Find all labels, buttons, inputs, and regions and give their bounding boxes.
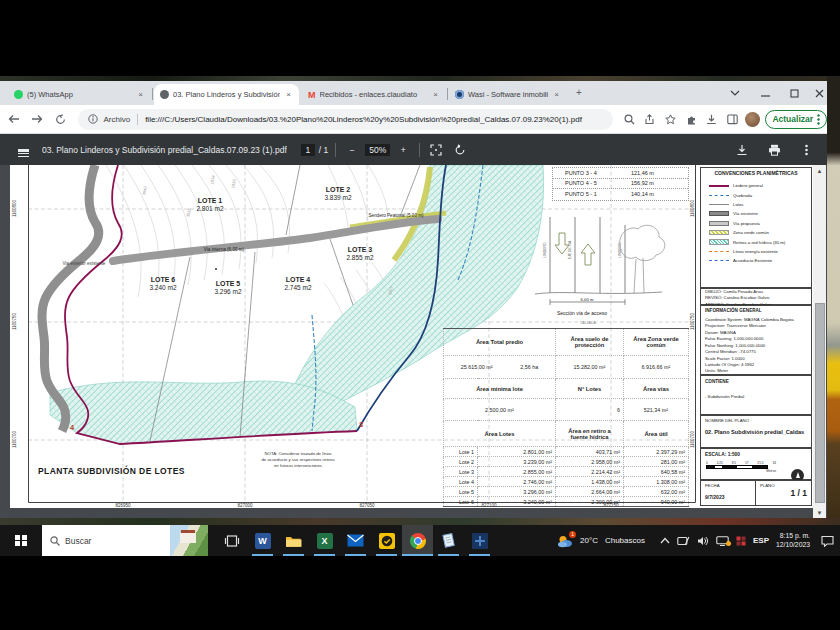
- taskbar-chrome-button[interactable]: [402, 525, 433, 556]
- tab-title: Recibidos - enlaces.claudiato: [320, 90, 428, 99]
- start-button[interactable]: [0, 525, 42, 556]
- tab-wasi[interactable]: Wasi - Software inmobiliario ×: [449, 84, 567, 105]
- weather-condition[interactable]: Chubascos: [605, 536, 645, 545]
- tab-separator: [447, 88, 448, 100]
- taskbar-word-button[interactable]: W: [247, 525, 278, 556]
- lotes-swatch: [709, 204, 729, 205]
- search-highlight-image[interactable]: [170, 525, 208, 556]
- reload-icon: [55, 114, 66, 125]
- plan-name-value: 02. Plano Subdivisión predial_Caldas: [701, 428, 811, 436]
- date-label: FECHA: [705, 483, 755, 488]
- pdf-download-button[interactable]: [733, 141, 751, 159]
- weather-button[interactable]: 1: [557, 534, 573, 548]
- tab-close-icon[interactable]: ×: [284, 90, 293, 99]
- value-cell: 2.500,00 m²: [444, 399, 556, 421]
- omnibox[interactable]: Archivo file:///C:/Users/Claudia/Downloa…: [78, 109, 612, 130]
- clock-date: 12/10/2023: [776, 541, 810, 549]
- pdf-page-input[interactable]: 1: [301, 144, 315, 156]
- boundary-point-3: 3: [359, 420, 363, 429]
- tab-whatsapp[interactable]: (5) WhatsApp ×: [8, 84, 151, 105]
- quebrada-swatch: [709, 195, 729, 196]
- volume-button[interactable]: [697, 536, 709, 546]
- northing-label-right: 1160800: [690, 194, 695, 224]
- lot-area: 2.855 m2: [346, 254, 373, 261]
- chrome-update-button[interactable]: Actualizar: [765, 110, 827, 129]
- pdf-more-button[interactable]: [797, 141, 815, 159]
- download-button[interactable]: [703, 110, 721, 128]
- tab-pdf-plano[interactable]: 03. Plano Linderos y Subdivisión ×: [154, 84, 299, 105]
- northing-label-right: 1160700: [690, 425, 695, 455]
- share-button[interactable]: [641, 110, 659, 128]
- zoom-out-button[interactable]: −: [343, 141, 361, 159]
- scroll-down-arrow[interactable]: ▼: [813, 507, 826, 518]
- forward-button[interactable]: [27, 109, 46, 129]
- taskbar-explorer-button[interactable]: [278, 525, 309, 556]
- tab-close-icon[interactable]: ×: [136, 90, 145, 99]
- omnibox-separator: [137, 114, 138, 125]
- action-center-button[interactable]: [821, 535, 834, 547]
- profile-avatar[interactable]: [744, 110, 762, 128]
- language-indicator[interactable]: ESP: [753, 536, 769, 545]
- lot-area: 2.801 m2: [196, 205, 223, 212]
- back-button[interactable]: [4, 109, 23, 129]
- punto-value: 121,46 m: [631, 170, 654, 176]
- taskbar-excel-button[interactable]: X: [309, 525, 340, 556]
- pdf-menu-button[interactable]: [14, 141, 32, 159]
- taskbar-check-app-button[interactable]: [371, 525, 402, 556]
- taskbar-notes-app-button[interactable]: [433, 525, 464, 556]
- pdf-viewport[interactable]: LOTE 1 2.801 m2 LOTE 2 3.839 m2 LOTE 3 2…: [0, 165, 827, 518]
- contiene-box: CONTIENE - Subdivisión Predial: [700, 375, 812, 415]
- dots-grid-icon: [736, 536, 746, 546]
- excel-icon: X: [317, 533, 333, 549]
- tab-gmail[interactable]: M Recibidos - enlaces.claudiato ×: [302, 84, 446, 105]
- tray-overflow-button[interactable]: [660, 537, 670, 544]
- rotate-button[interactable]: [451, 141, 469, 159]
- task-view-button[interactable]: [216, 525, 247, 556]
- taskbar-mail-button[interactable]: [340, 525, 371, 556]
- meet-now-button[interactable]: [736, 536, 746, 546]
- window-close-button[interactable]: [806, 81, 832, 105]
- clock[interactable]: 8:15 p. m. 12/10/2023: [776, 532, 810, 549]
- zoom-level[interactable]: 50%: [365, 144, 390, 156]
- lot-name-cell: Lote 4: [444, 477, 478, 487]
- easting-label: 827000: [225, 503, 265, 508]
- side-panel-button[interactable]: [723, 110, 741, 128]
- zoom-in-button[interactable]: +: [394, 141, 412, 159]
- scheme-chip[interactable]: Archivo: [103, 115, 130, 124]
- window-minimize-button[interactable]: [752, 81, 778, 105]
- value-cell: 6: [556, 399, 624, 421]
- extensions-button[interactable]: [682, 110, 700, 128]
- taskbar-cross-app-button[interactable]: [464, 525, 495, 556]
- tab-close-icon[interactable]: ×: [431, 90, 440, 99]
- pdf-print-button[interactable]: [765, 141, 783, 159]
- legend-title: CONVENCIONES PLANIMÉTRICAS: [701, 168, 811, 176]
- weather-temp[interactable]: 20°C: [580, 536, 598, 545]
- fit-page-button[interactable]: [427, 141, 445, 159]
- download-icon: [706, 114, 717, 125]
- bookmark-button[interactable]: [662, 110, 680, 128]
- pdf-scrollbar[interactable]: ▲ ▼: [813, 165, 826, 518]
- section-dimension: 6,00 m: [581, 297, 594, 302]
- reload-button[interactable]: [51, 109, 70, 129]
- total-area-m2: 25.615,00 m²: [461, 364, 493, 370]
- legend-item: Zona verde común: [701, 228, 811, 237]
- taskbar-search-box[interactable]: Buscar: [42, 525, 208, 556]
- back-icon: [8, 114, 20, 124]
- display-cast-button[interactable]: [716, 536, 729, 546]
- window-chevron-button[interactable]: [722, 81, 748, 105]
- scrollbar-thumb[interactable]: [815, 303, 825, 503]
- zoom-page-button[interactable]: [621, 110, 639, 128]
- tab-strip: (5) WhatsApp × 03. Plano Linderos y Subd…: [0, 81, 827, 105]
- chevron-down-icon: [730, 90, 740, 96]
- scroll-up-arrow[interactable]: ▲: [813, 165, 826, 176]
- header-cell: Área vías: [624, 379, 689, 399]
- sheet-value: 1 / 1: [760, 488, 807, 498]
- pen-settings-button[interactable]: [677, 536, 690, 546]
- url-text[interactable]: file:///C:/Users/Claudia/Downloads/03.%2…: [145, 115, 603, 124]
- header-cell: Área suelo de protección: [556, 329, 624, 356]
- tab-close-icon[interactable]: ×: [552, 90, 561, 99]
- window-maximize-button[interactable]: [781, 81, 807, 105]
- star-icon: [665, 114, 676, 125]
- new-tab-button[interactable]: +: [572, 87, 586, 98]
- running-indicator: [376, 554, 397, 556]
